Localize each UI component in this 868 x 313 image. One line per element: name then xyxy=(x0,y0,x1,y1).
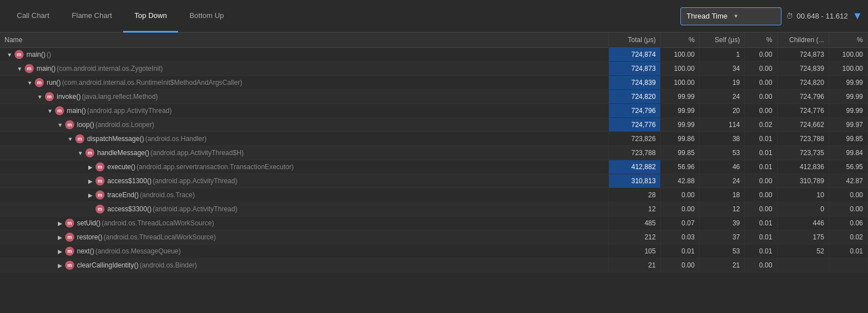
class-name: (android.app.ActivityThread) xyxy=(153,205,238,213)
method-badge: m xyxy=(96,162,104,171)
method-badge: m xyxy=(96,176,104,185)
self-pct-cell: 0.01 xyxy=(744,216,777,230)
table-row[interactable]: ▶mnext() (android.os.MessageQueue)1050.0… xyxy=(0,244,868,258)
total-pct-cell: 99.99 xyxy=(661,90,699,104)
table-row[interactable]: ▶mclearCallingIdentity() (android.os.Bin… xyxy=(0,258,868,273)
children-cell: 724,820 xyxy=(777,76,829,90)
table-row[interactable]: ▶mtraceEnd() (android.os.Trace)280.00180… xyxy=(0,188,868,202)
self-pct-cell: 0.00 xyxy=(744,202,777,216)
table-row[interactable]: maccess$3300() (android.app.ActivityThre… xyxy=(0,202,868,216)
children-pct-cell: 42.87 xyxy=(829,174,867,188)
total-cell: 723,826 xyxy=(608,132,660,146)
expand-button[interactable]: ▶ xyxy=(56,247,64,255)
self-pct-cell: 0.01 xyxy=(744,230,777,244)
name-cell: ▼mdispatchMessage() (android.os.Handler) xyxy=(0,132,608,146)
self-cell: 19 xyxy=(699,76,745,90)
children-pct-cell: 0.00 xyxy=(829,188,867,202)
table-row[interactable]: ▶msetUid() (android.os.ThreadLocalWorkSo… xyxy=(0,216,868,230)
self-pct-cell: 0.00 xyxy=(744,48,777,62)
expand-button[interactable]: ▶ xyxy=(87,191,94,199)
expand-button[interactable]: ▶ xyxy=(87,177,94,185)
children-pct-cell: 99.99 xyxy=(829,76,867,90)
tab-top-down[interactable]: Top Down xyxy=(123,1,178,33)
tab-flame-chart[interactable]: Flame Chart xyxy=(61,1,124,33)
profiler-table-container[interactable]: Name Total (μs) % Self (μs) % Children (… xyxy=(0,33,868,313)
self-cell: 1 xyxy=(699,48,745,62)
self-pct-cell: 0.01 xyxy=(744,146,777,160)
children-pct-cell: 99.84 xyxy=(829,146,867,160)
expand-button[interactable]: ▶ xyxy=(87,163,94,171)
total-pct-cell: 99.86 xyxy=(661,132,699,146)
children-cell: 724,873 xyxy=(777,48,829,62)
function-name: setUid() xyxy=(77,219,101,227)
function-name: clearCallingIdentity() xyxy=(77,261,138,269)
expand-button[interactable]: ▼ xyxy=(56,121,64,129)
method-badge: m xyxy=(96,205,104,214)
filter-icon[interactable]: ▼ xyxy=(852,10,862,22)
expand-button[interactable]: ▶ xyxy=(56,233,64,241)
thread-time-dropdown[interactable]: Thread Time ▼ xyxy=(680,7,781,25)
table-row[interactable]: ▼mhandleMessage() (android.app.ActivityT… xyxy=(0,146,868,160)
table-row[interactable]: ▶maccess$1300() (android.app.ActivityThr… xyxy=(0,174,868,188)
table-row[interactable]: ▼mmain() (com.android.internal.os.Zygote… xyxy=(0,62,868,76)
name-cell: ▼mhandleMessage() (android.app.ActivityT… xyxy=(0,146,608,160)
col-header-self: Self (μs) xyxy=(699,33,745,48)
name-cell: ▼minvoke() (java.lang.reflect.Method) xyxy=(0,90,608,104)
children-cell: 52 xyxy=(777,244,829,258)
expand-button[interactable]: ▼ xyxy=(6,51,13,58)
class-name: (android.app.ActivityThread) xyxy=(87,107,172,115)
children-pct-cell: 56.95 xyxy=(829,160,867,174)
class-name: (android.os.ThreadLocalWorkSource) xyxy=(102,219,214,227)
self-pct-cell: 0.01 xyxy=(744,132,777,146)
expand-button[interactable]: ▼ xyxy=(26,79,34,87)
expand-button[interactable]: ▼ xyxy=(66,135,74,143)
table-row[interactable]: ▼mloop() (android.os.Looper)724,77699.99… xyxy=(0,118,868,132)
self-pct-cell: 0.00 xyxy=(744,90,777,104)
time-range-display: ⏱ 00.648 - 11.612 xyxy=(786,12,848,20)
total-cell: 412,882 xyxy=(608,160,660,174)
table-row[interactable]: ▶mexecute() (android.app.servertransacti… xyxy=(0,160,868,174)
expand-button[interactable]: ▼ xyxy=(76,149,84,157)
total-cell: 28 xyxy=(608,188,660,202)
children-cell: 310,789 xyxy=(777,174,829,188)
expand-button[interactable]: ▼ xyxy=(16,65,24,72)
self-pct-cell: 0.00 xyxy=(744,188,777,202)
self-pct-cell: 0.01 xyxy=(744,160,777,174)
function-name: handleMessage() xyxy=(97,149,149,157)
children-cell: 724,839 xyxy=(777,62,829,76)
function-name: loop() xyxy=(77,121,94,129)
children-pct-cell: 0.02 xyxy=(829,230,867,244)
name-cell: ▼mmain() (android.app.ActivityThread) xyxy=(0,104,608,118)
expand-button[interactable]: ▼ xyxy=(36,93,44,101)
name-cell: ▶mtraceEnd() (android.os.Trace) xyxy=(0,188,608,202)
table-header-row: Name Total (μs) % Self (μs) % Children (… xyxy=(0,33,868,48)
name-cell: ▶mrestore() (android.os.ThreadLocalWorkS… xyxy=(0,230,608,244)
total-pct-cell: 99.99 xyxy=(661,118,699,132)
table-row[interactable]: ▼minvoke() (java.lang.reflect.Method)724… xyxy=(0,90,868,104)
self-pct-cell: 0.00 xyxy=(744,62,777,76)
self-cell: 114 xyxy=(699,118,745,132)
class-name: (android.os.Handler) xyxy=(145,135,206,143)
children-cell: 412,836 xyxy=(777,160,829,174)
name-cell: ▼mloop() (android.os.Looper) xyxy=(0,118,608,132)
function-name: run() xyxy=(47,79,61,87)
table-row[interactable]: ▼mmain() (android.app.ActivityThread)724… xyxy=(0,104,868,118)
total-cell: 12 xyxy=(608,202,660,216)
total-pct-cell: 100.00 xyxy=(661,48,699,62)
name-cell: ▶mnext() (android.os.MessageQueue) xyxy=(0,244,608,258)
expand-button[interactable]: ▼ xyxy=(46,107,54,115)
table-row[interactable]: ▼mmain() ()724,874100.0010.00724,873100.… xyxy=(0,48,868,62)
table-row[interactable]: ▼mdispatchMessage() (android.os.Handler)… xyxy=(0,132,868,146)
table-row[interactable]: ▶mrestore() (android.os.ThreadLocalWorkS… xyxy=(0,230,868,244)
tab-call-chart[interactable]: Call Chart xyxy=(6,1,61,33)
expand-button[interactable]: ▶ xyxy=(56,219,64,227)
table-row[interactable]: ▼mrun() (com.android.internal.os.Runtime… xyxy=(0,76,868,90)
expand-button[interactable]: ▶ xyxy=(56,261,64,269)
total-cell: 310,813 xyxy=(608,174,660,188)
self-pct-cell: 0.00 xyxy=(744,258,777,273)
tab-bottom-up[interactable]: Bottom Up xyxy=(178,1,235,33)
function-name: main() xyxy=(37,65,56,72)
total-pct-cell: 100.00 xyxy=(661,76,699,90)
name-cell: maccess$3300() (android.app.ActivityThre… xyxy=(0,202,608,216)
class-name: (android.os.ThreadLocalWorkSource) xyxy=(103,233,216,241)
